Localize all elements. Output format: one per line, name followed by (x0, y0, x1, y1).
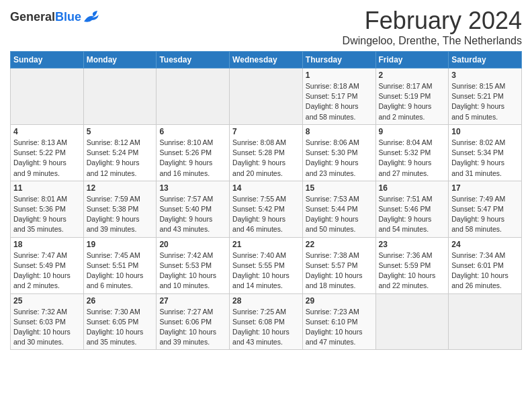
day-info: Sunrise: 7:59 AMSunset: 5:38 PMDaylight:… (87, 194, 154, 235)
day-number: 21 (232, 240, 300, 249)
day-info: Sunrise: 7:30 AMSunset: 6:05 PMDaylight:… (87, 307, 154, 348)
calendar-cell: 6Sunrise: 8:10 AMSunset: 5:26 PMDaylight… (157, 124, 230, 181)
day-header-sunday: Sunday (11, 52, 84, 68)
day-number: 20 (159, 240, 226, 249)
day-info: Sunrise: 7:42 AMSunset: 5:53 PMDaylight:… (159, 250, 226, 291)
calendar-table: SundayMondayTuesdayWednesdayThursdayFrid… (10, 51, 522, 350)
day-info: Sunrise: 8:13 AMSunset: 5:22 PMDaylight:… (13, 138, 81, 179)
calendar-cell: 13Sunrise: 7:57 AMSunset: 5:40 PMDayligh… (157, 181, 230, 237)
day-number: 15 (306, 183, 373, 193)
calendar-cell: 1Sunrise: 8:18 AMSunset: 5:17 PMDaylight… (302, 68, 375, 125)
day-info: Sunrise: 8:15 AMSunset: 5:21 PMDaylight:… (451, 81, 519, 122)
day-number: 5 (87, 127, 154, 136)
calendar-cell: 29Sunrise: 7:23 AMSunset: 6:10 PMDayligh… (302, 293, 375, 350)
day-number: 24 (451, 240, 519, 249)
day-info: Sunrise: 7:53 AMSunset: 5:44 PMDaylight:… (306, 194, 373, 235)
calendar-cell: 22Sunrise: 7:38 AMSunset: 5:57 PMDayligh… (302, 237, 375, 293)
day-number: 29 (306, 296, 373, 306)
day-info: Sunrise: 7:40 AMSunset: 5:55 PMDaylight:… (232, 250, 300, 291)
calendar-cell: 17Sunrise: 7:49 AMSunset: 5:47 PMDayligh… (449, 181, 522, 237)
day-number: 25 (13, 296, 81, 306)
day-info: Sunrise: 7:38 AMSunset: 5:57 PMDaylight:… (306, 250, 373, 291)
calendar-cell: 15Sunrise: 7:53 AMSunset: 5:44 PMDayligh… (302, 181, 375, 237)
day-info: Sunrise: 7:49 AMSunset: 5:47 PMDaylight:… (451, 194, 519, 235)
calendar-cell: 9Sunrise: 8:04 AMSunset: 5:32 PMDaylight… (375, 124, 449, 181)
week-row-4: 25Sunrise: 7:32 AMSunset: 6:03 PMDayligh… (11, 293, 522, 350)
day-number: 6 (159, 127, 226, 136)
logo-text: GeneralBlue (10, 10, 81, 24)
calendar-cell: 26Sunrise: 7:30 AMSunset: 6:05 PMDayligh… (83, 293, 157, 350)
calendar-cell: 24Sunrise: 7:34 AMSunset: 6:01 PMDayligh… (449, 237, 522, 293)
calendar-cell: 11Sunrise: 8:01 AMSunset: 5:36 PMDayligh… (11, 181, 84, 237)
calendar-header: SundayMondayTuesdayWednesdayThursdayFrid… (11, 52, 522, 68)
day-number: 12 (87, 183, 154, 193)
calendar-body: 1Sunrise: 8:18 AMSunset: 5:17 PMDaylight… (11, 68, 522, 350)
day-info: Sunrise: 7:51 AMSunset: 5:46 PMDaylight:… (379, 194, 446, 235)
day-number: 22 (306, 240, 373, 249)
day-header-wednesday: Wednesday (230, 52, 303, 68)
day-number: 8 (306, 127, 373, 136)
day-number: 14 (232, 183, 300, 193)
day-number: 27 (159, 296, 226, 306)
day-number: 11 (13, 183, 81, 193)
title-area: February 2024 Dwingeloo, Drenthe, The Ne… (343, 7, 522, 47)
day-number: 26 (87, 296, 154, 306)
day-info: Sunrise: 8:06 AMSunset: 5:30 PMDaylight:… (306, 138, 373, 179)
day-number: 16 (379, 183, 446, 193)
calendar-cell: 21Sunrise: 7:40 AMSunset: 5:55 PMDayligh… (230, 237, 303, 293)
logo-general: General (10, 10, 55, 24)
calendar-cell: 28Sunrise: 7:25 AMSunset: 6:08 PMDayligh… (230, 293, 303, 350)
calendar-cell: 19Sunrise: 7:45 AMSunset: 5:51 PMDayligh… (83, 237, 157, 293)
calendar-cell: 27Sunrise: 7:27 AMSunset: 6:06 PMDayligh… (157, 293, 230, 350)
calendar-cell (11, 68, 84, 125)
calendar-cell: 2Sunrise: 8:17 AMSunset: 5:19 PMDaylight… (375, 68, 449, 125)
day-info: Sunrise: 7:32 AMSunset: 6:03 PMDaylight:… (13, 307, 81, 348)
week-row-2: 11Sunrise: 8:01 AMSunset: 5:36 PMDayligh… (11, 181, 522, 237)
calendar-cell: 10Sunrise: 8:02 AMSunset: 5:34 PMDayligh… (449, 124, 522, 181)
day-number: 4 (13, 127, 81, 136)
day-number: 17 (451, 183, 519, 193)
day-info: Sunrise: 8:18 AMSunset: 5:17 PMDaylight:… (306, 81, 373, 122)
calendar-cell: 8Sunrise: 8:06 AMSunset: 5:30 PMDaylight… (302, 124, 375, 181)
location-title: Dwingeloo, Drenthe, The Netherlands (343, 35, 522, 47)
day-info: Sunrise: 7:57 AMSunset: 5:40 PMDaylight:… (159, 194, 226, 235)
day-info: Sunrise: 7:34 AMSunset: 6:01 PMDaylight:… (451, 250, 519, 291)
calendar-cell (375, 293, 449, 350)
calendar-cell: 14Sunrise: 7:55 AMSunset: 5:42 PMDayligh… (230, 181, 303, 237)
calendar-cell: 12Sunrise: 7:59 AMSunset: 5:38 PMDayligh… (83, 181, 157, 237)
day-info: Sunrise: 7:45 AMSunset: 5:51 PMDaylight:… (87, 250, 154, 291)
calendar-cell (449, 293, 522, 350)
logo-bird-icon (83, 9, 101, 24)
day-header-monday: Monday (83, 52, 157, 68)
calendar-cell: 7Sunrise: 8:08 AMSunset: 5:28 PMDaylight… (230, 124, 303, 181)
day-info: Sunrise: 7:27 AMSunset: 6:06 PMDaylight:… (159, 307, 226, 348)
day-header-thursday: Thursday (302, 52, 375, 68)
day-info: Sunrise: 8:08 AMSunset: 5:28 PMDaylight:… (232, 138, 300, 179)
day-info: Sunrise: 8:02 AMSunset: 5:34 PMDaylight:… (451, 138, 519, 179)
week-row-3: 18Sunrise: 7:47 AMSunset: 5:49 PMDayligh… (11, 237, 522, 293)
day-info: Sunrise: 7:36 AMSunset: 5:59 PMDaylight:… (379, 250, 446, 291)
day-number: 9 (379, 127, 446, 136)
calendar-cell: 5Sunrise: 8:12 AMSunset: 5:24 PMDaylight… (83, 124, 157, 181)
calendar-cell: 18Sunrise: 7:47 AMSunset: 5:49 PMDayligh… (11, 237, 84, 293)
day-info: Sunrise: 8:17 AMSunset: 5:19 PMDaylight:… (379, 81, 446, 122)
calendar-cell: 25Sunrise: 7:32 AMSunset: 6:03 PMDayligh… (11, 293, 84, 350)
calendar-cell: 20Sunrise: 7:42 AMSunset: 5:53 PMDayligh… (157, 237, 230, 293)
calendar-cell: 23Sunrise: 7:36 AMSunset: 5:59 PMDayligh… (375, 237, 449, 293)
day-info: Sunrise: 8:10 AMSunset: 5:26 PMDaylight:… (159, 138, 226, 179)
day-header-saturday: Saturday (449, 52, 522, 68)
day-header-friday: Friday (375, 52, 449, 68)
day-number: 10 (451, 127, 519, 136)
day-info: Sunrise: 7:25 AMSunset: 6:08 PMDaylight:… (232, 307, 300, 348)
day-info: Sunrise: 8:04 AMSunset: 5:32 PMDaylight:… (379, 138, 446, 179)
calendar-cell: 3Sunrise: 8:15 AMSunset: 5:21 PMDaylight… (449, 68, 522, 125)
week-row-0: 1Sunrise: 8:18 AMSunset: 5:17 PMDaylight… (11, 68, 522, 125)
calendar-cell (230, 68, 303, 125)
calendar-cell: 4Sunrise: 8:13 AMSunset: 5:22 PMDaylight… (11, 124, 84, 181)
day-header-tuesday: Tuesday (157, 52, 230, 68)
day-info: Sunrise: 8:01 AMSunset: 5:36 PMDaylight:… (13, 194, 81, 235)
week-row-1: 4Sunrise: 8:13 AMSunset: 5:22 PMDaylight… (11, 124, 522, 181)
header: GeneralBlue February 2024 Dwingeloo, Dre… (10, 7, 522, 47)
day-info: Sunrise: 7:23 AMSunset: 6:10 PMDaylight:… (306, 307, 373, 348)
day-number: 2 (379, 71, 446, 80)
